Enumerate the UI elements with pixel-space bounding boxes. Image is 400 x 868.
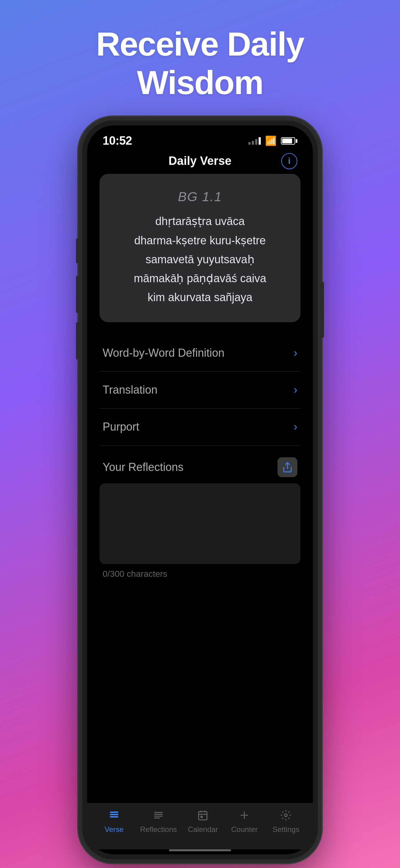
tab-bar: Verse Reflections [87, 803, 313, 849]
verse-text: dhṛtarāṣṭra uvāca dharma-kṣetre kuru-kṣe… [112, 212, 288, 307]
reflections-textarea[interactable] [100, 483, 300, 564]
nav-title: Daily Verse [169, 154, 232, 168]
tab-counter[interactable]: Counter [229, 810, 260, 834]
hero-title: Receive Daily Wisdom [96, 25, 304, 102]
reflections-header: Your Reflections [100, 445, 300, 483]
status-time: 10:52 [103, 134, 132, 148]
share-icon [282, 462, 293, 473]
purport-row[interactable]: Purport › [100, 408, 300, 445]
calendar-tab-icon [197, 810, 208, 823]
signal-icon [248, 137, 261, 145]
tab-verse[interactable]: Verse [99, 810, 130, 834]
svg-rect-8 [199, 811, 207, 820]
svg-rect-3 [110, 816, 118, 818]
verse-tab-icon [108, 810, 120, 823]
verse-reference: BG 1.1 [112, 189, 288, 204]
tab-verse-label: Verse [104, 825, 124, 834]
chevron-right-icon: › [294, 420, 297, 433]
chevron-right-icon: › [294, 346, 297, 360]
svg-point-15 [285, 814, 288, 817]
tab-calendar-label: Calendar [188, 825, 218, 834]
reflections-tab-icon [153, 810, 164, 823]
reflections-label: Your Reflections [103, 461, 184, 474]
verse-card: BG 1.1 dhṛtarāṣṭra uvāca dharma-kṣetre k… [100, 174, 300, 322]
battery-icon [281, 137, 297, 145]
svg-rect-2 [110, 814, 118, 815]
home-indicator [169, 849, 231, 851]
tab-reflections-label: Reflections [140, 825, 177, 834]
translation-row[interactable]: Translation › [100, 372, 300, 408]
nav-bar: Daily Verse i [87, 151, 313, 174]
chevron-right-icon: › [294, 383, 297, 397]
svg-rect-12 [201, 816, 202, 818]
tab-reflections[interactable]: Reflections [140, 810, 177, 834]
svg-rect-1 [110, 811, 118, 813]
share-button[interactable] [277, 457, 297, 477]
char-count: 0/300 characters [100, 565, 300, 583]
phone-frame: 10:52 📶 Daily Verse [82, 120, 318, 859]
scroll-content: BG 1.1 dhṛtarāṣṭra uvāca dharma-kṣetre k… [87, 174, 313, 803]
tab-counter-label: Counter [231, 825, 257, 834]
dynamic-island [175, 131, 225, 145]
info-icon: i [288, 156, 291, 166]
wifi-icon: 📶 [265, 135, 276, 146]
settings-tab-icon [280, 810, 292, 823]
translation-label: Translation [103, 383, 158, 397]
purport-label: Purport [103, 420, 139, 433]
status-icons: 📶 [248, 135, 297, 146]
word-by-word-label: Word-by-Word Definition [103, 346, 225, 360]
counter-tab-icon [239, 810, 250, 823]
info-button[interactable]: i [281, 153, 297, 169]
word-by-word-row[interactable]: Word-by-Word Definition › [100, 335, 300, 372]
tab-settings[interactable]: Settings [270, 810, 301, 834]
tab-calendar[interactable]: Calendar [187, 810, 218, 834]
tab-settings-label: Settings [272, 825, 300, 834]
